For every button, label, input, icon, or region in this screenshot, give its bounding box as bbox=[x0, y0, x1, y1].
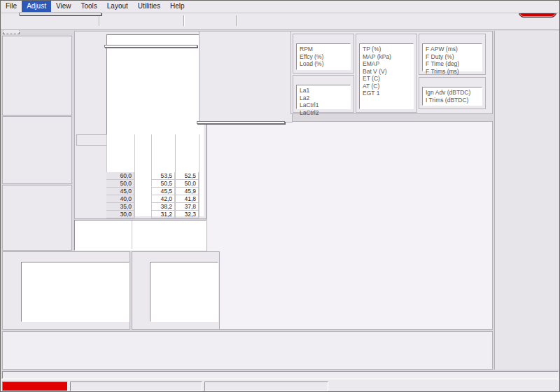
toolbar-separator bbox=[183, 15, 185, 26]
menubar-item[interactable]: File bbox=[1, 1, 22, 12]
table-cell[interactable]: 45,9 bbox=[175, 188, 199, 195]
lambda-icon[interactable] bbox=[167, 15, 180, 27]
channel-item[interactable]: LaCtrl1 bbox=[300, 102, 347, 109]
menubar-item[interactable]: View bbox=[51, 1, 76, 12]
lambda-graph-panel bbox=[2, 251, 130, 330]
rpm-dial-gauge bbox=[3, 45, 71, 115]
table-cell[interactable]: 42,0 bbox=[151, 195, 175, 203]
fuel-table-panel: 60,0 53,5 52,5 50,0 50,5 50,0 45,0 45,5 … bbox=[74, 31, 206, 219]
trim-info-panel bbox=[74, 220, 206, 251]
table-row: 50,0 50,5 50,0 bbox=[75, 180, 207, 188]
wrench-icon[interactable] bbox=[188, 15, 201, 27]
menubar-item[interactable]: Tools bbox=[76, 1, 102, 12]
traction-control-submenu-popup bbox=[197, 121, 285, 124]
functions-icon[interactable] bbox=[135, 15, 148, 27]
boost-icon[interactable] bbox=[151, 15, 164, 27]
table-cell[interactable]: 53,5 bbox=[151, 172, 175, 180]
table-cell[interactable]: 45,5 bbox=[151, 188, 175, 195]
channel-item[interactable]: AT (C) bbox=[363, 83, 410, 90]
table-row: 60,0 53,5 52,5 bbox=[75, 172, 207, 180]
empty-panel bbox=[2, 331, 493, 370]
channel-item[interactable]: TP (%) bbox=[363, 46, 410, 53]
map-gauge-panel bbox=[2, 116, 72, 184]
channel-item[interactable]: MAP (kPa) bbox=[363, 53, 410, 61]
table-axis-caption bbox=[76, 134, 107, 146]
injector-icon[interactable] bbox=[103, 15, 115, 27]
fuel-surface-panel bbox=[206, 121, 493, 330]
channel-item[interactable]: LaCtrl2 bbox=[300, 109, 347, 117]
table-row-header: 35,0 bbox=[106, 203, 134, 211]
channel-item[interactable]: EMAP bbox=[363, 60, 410, 68]
channel-item[interactable]: RPM bbox=[300, 46, 347, 53]
channel-item[interactable]: Effcy (%) bbox=[300, 53, 347, 61]
table-row-header: 40,0 bbox=[106, 195, 134, 203]
map-dial-gauge bbox=[3, 125, 71, 184]
channel-item[interactable]: ET (C) bbox=[363, 75, 410, 83]
channel-item[interactable]: Ign Adv (dBTDC) bbox=[426, 89, 479, 97]
channel-item[interactable]: F APW (ms) bbox=[426, 46, 479, 53]
table-row-header: 45,0 bbox=[106, 188, 134, 195]
workspace-background bbox=[494, 31, 560, 370]
sensors-channels-group: TP (%)MAP (kPa)EMAPBat V (V)ET (C)AT (C)… bbox=[356, 34, 417, 113]
airtemp-gauge-panel bbox=[2, 185, 72, 251]
engine-plot-grid bbox=[150, 262, 216, 320]
menubar-item[interactable]: Adjust bbox=[22, 1, 51, 12]
table-cell[interactable]: 41,8 bbox=[175, 195, 199, 203]
ignition-channels-group: Ign Adv (dBTDC)I Trims (dBTDC) bbox=[419, 77, 486, 109]
channel-item[interactable]: La2 bbox=[300, 94, 347, 102]
table-cell[interactable]: 37,8 bbox=[175, 203, 199, 211]
lambda-plot-grid bbox=[22, 262, 127, 320]
key-hints bbox=[204, 382, 328, 391]
table-row-header: 30,0 bbox=[106, 211, 134, 218]
airtemp-dial-gauge bbox=[3, 195, 71, 251]
channel-item[interactable]: F Time (deg) bbox=[426, 60, 479, 68]
toolbar-separator bbox=[99, 15, 100, 26]
motec-ecu-manager-window: FileAdjustViewToolsLayoutUtilitiesHelp bbox=[0, 0, 560, 392]
table-row: 40,0 42,0 41,8 bbox=[75, 195, 207, 203]
bar-gauges-panel bbox=[199, 31, 293, 122]
menubar-item[interactable]: Layout bbox=[102, 1, 133, 12]
channel-item[interactable]: La1 bbox=[300, 87, 347, 94]
channel-item[interactable]: Bat V (V) bbox=[363, 68, 410, 76]
table-cell[interactable]: 50,0 bbox=[175, 180, 199, 188]
channel-item[interactable]: F Trims (ms) bbox=[426, 68, 479, 76]
fuel-3d-surface bbox=[207, 122, 493, 330]
table-row: 35,0 38,2 37,8 bbox=[75, 203, 207, 211]
fuel-channels-group: F APW (ms)F Duty (%)F Time (deg)F Trims … bbox=[419, 34, 486, 75]
menubar-item[interactable]: Help bbox=[165, 1, 190, 12]
channel-item[interactable]: I Trims (dBTDC) bbox=[426, 97, 479, 104]
table-cell[interactable]: 32,3 bbox=[175, 211, 199, 218]
table-cell[interactable]: 38,2 bbox=[151, 203, 175, 211]
ignition-icon[interactable] bbox=[119, 15, 132, 27]
channel-item[interactable]: F Duty (%) bbox=[426, 53, 479, 61]
table-row: 45,0 45,5 45,9 bbox=[75, 188, 207, 195]
main-channels-group: RPMEffcy (%)Load (%) bbox=[293, 34, 354, 74]
table-row-header: 60,0 bbox=[106, 172, 134, 180]
channel-item[interactable]: Load (%) bbox=[300, 60, 347, 68]
fuel-bars-icon[interactable] bbox=[220, 15, 232, 27]
fuel-table: 60,0 53,5 52,5 50,0 50,5 50,0 45,0 45,5 … bbox=[75, 172, 207, 218]
table-row: 30,0 31,2 32,3 bbox=[75, 211, 207, 218]
menubar-item[interactable]: Utilities bbox=[133, 1, 165, 12]
table-cell[interactable]: 31,2 bbox=[151, 211, 175, 218]
toolbar-separator bbox=[236, 15, 237, 26]
connection-message bbox=[70, 382, 202, 391]
channel-item[interactable]: EGT 1 bbox=[363, 90, 410, 97]
menu-bar: FileAdjustViewToolsLayoutUtilitiesHelp bbox=[1, 1, 559, 13]
help-icon[interactable] bbox=[241, 15, 253, 27]
table-cell[interactable]: 52,5 bbox=[175, 172, 199, 180]
table-row-header: 50,0 bbox=[106, 180, 134, 188]
engine-temp-graph-panel bbox=[132, 251, 220, 330]
status-strip bbox=[2, 371, 559, 379]
status-bar bbox=[1, 379, 559, 392]
rpm-gauge-panel bbox=[2, 36, 72, 115]
ecu-status-badge bbox=[2, 382, 68, 391]
adjust-menu-popup bbox=[19, 13, 102, 15]
table-cell[interactable]: 50,5 bbox=[151, 180, 175, 188]
functions-submenu-popup bbox=[104, 45, 197, 48]
lambda-channels-group: La1La2LaCtrl1LaCtrl2 bbox=[293, 75, 354, 113]
open-file-icon[interactable] bbox=[4, 15, 16, 27]
zero-icon[interactable] bbox=[204, 15, 217, 27]
